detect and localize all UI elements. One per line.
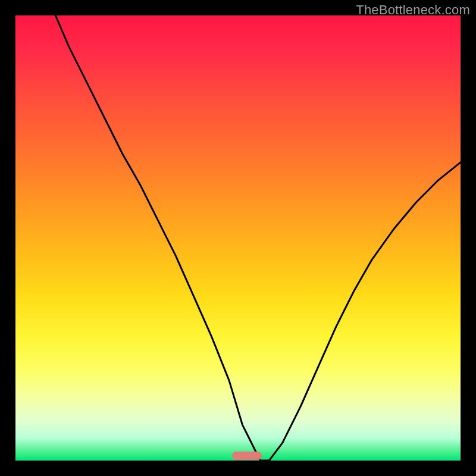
watermark-text: TheBottleneck.com: [356, 2, 470, 18]
chart-frame: TheBottleneck.com: [0, 0, 476, 476]
plot-area: [15, 15, 461, 461]
optimal-marker: [232, 452, 262, 460]
bottleneck-curve: [15, 15, 461, 461]
